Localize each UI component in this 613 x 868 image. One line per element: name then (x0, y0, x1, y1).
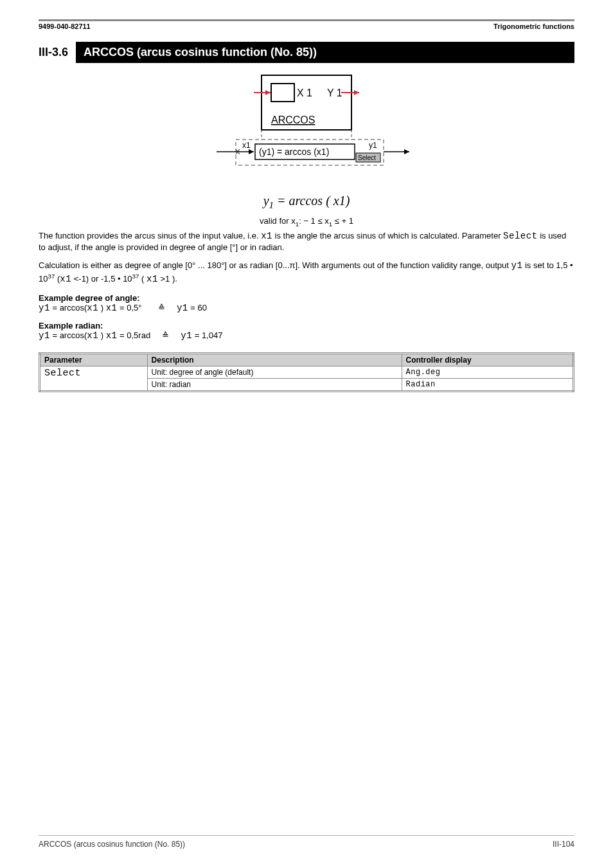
rad-x1: x1 (87, 330, 98, 341)
table-header-row: Parameter Description Controller display (40, 354, 574, 366)
diagram-x1-label: X 1 (297, 87, 312, 98)
page-header: 9499-040-82711 Trigonometric functions (39, 23, 574, 30)
p2f: ( (139, 274, 147, 284)
rad-res: = 1,047 (192, 330, 222, 340)
deg-c: = 0,5° (117, 303, 141, 312)
deg-y1: y1 (39, 303, 50, 313)
p2-x1b: x1 (147, 274, 158, 284)
paragraph-2: Calculation is either as degree of angle… (39, 260, 574, 285)
p2-exp: 37 (48, 273, 55, 280)
rad-c: = 0,5rad (117, 330, 150, 340)
diagram-equation: (y1) = arccos (x1) (259, 147, 329, 157)
footer-right: III-104 (553, 840, 574, 849)
th-display: Controller display (402, 354, 573, 366)
section-number: III-3.6 (39, 42, 76, 63)
cell-select: Select (40, 366, 148, 392)
p2-exp2: 37 (132, 273, 139, 280)
p1a: The function provides the arcus sinus of… (39, 231, 261, 240)
deg-b: ) (98, 303, 106, 312)
paragraph-1: The function provides the arcus sinus of… (39, 230, 574, 253)
svg-marker-14 (404, 149, 409, 154)
p2-y1: y1 (511, 260, 523, 271)
formula-eq: = (274, 194, 289, 208)
diagram-y1-label: Y 1 (327, 87, 342, 98)
diagram-svg: X 1 Y 1 ARCCOS x1 y1 (y1) = arccos (x1) … (191, 72, 422, 188)
header-doc-id: 9499-040-82711 (39, 23, 91, 30)
header-rule (39, 19, 574, 21)
p2b: ]. With arguments out of the function va… (296, 260, 511, 270)
page-footer: ARCCOS (arcus cosinus function (No. 85))… (39, 835, 574, 849)
example-degree-line: y1 = arccos(x1 ) x1 = 0,5° ≙ y1 = 60 (39, 303, 574, 313)
diagram-block-name: ARCCOS (271, 114, 315, 125)
example-radian-title: Example radian: (39, 321, 574, 330)
p2-pi: π (290, 260, 296, 270)
svg-marker-12 (249, 149, 254, 154)
deg-y1b: y1 (177, 303, 188, 313)
example-radian-line: y1 = arccos(x1 ) x1 = 0,5rad ≙ y1 = 1,04… (39, 330, 574, 341)
rad-sym: ≙ (162, 330, 169, 340)
formula-func: arccos (289, 194, 323, 208)
header-chapter: Trigonometric functions (493, 23, 574, 30)
svg-rect-1 (271, 84, 294, 102)
svg-marker-5 (354, 90, 359, 95)
p2g: >1 ). (158, 274, 177, 284)
deg-sym: ≙ (158, 303, 165, 312)
p2-x1: x1 (60, 274, 71, 284)
formula-lhs-sub: 1 (269, 200, 274, 210)
footer-left: ARCCOS (arcus cosinus function (No. 85)) (39, 840, 185, 849)
diagram-port-in: x1 (242, 141, 251, 150)
formula-open: ( x (323, 194, 339, 208)
rad-a: = arccos( (50, 330, 87, 340)
deg-a: = arccos( (50, 303, 87, 312)
cell-disp-deg: Ang.deg (402, 366, 573, 379)
section-heading: III-3.6 ARCCOS (arcus cosinus function (… (39, 42, 574, 63)
svg-marker-3 (265, 90, 271, 95)
p2a: Calculation is either as degree of angle… (39, 260, 290, 270)
rad-y1: y1 (39, 330, 50, 341)
p1-select: Select (503, 231, 537, 241)
rad-y1b: y1 (181, 330, 192, 341)
diagram-port-out: y1 (369, 141, 377, 150)
formula-arg-close: 1) (339, 194, 350, 208)
p1b: is the angle the arcus sinus of which is… (272, 231, 503, 240)
deg-x1: x1 (87, 303, 98, 313)
rad-b: ) (98, 330, 106, 340)
rad-x1b: x1 (106, 330, 118, 341)
cell-disp-rad: Radian (402, 379, 573, 392)
validity-range: valid for x1: − 1 ≤ x1 ≤ + 1 (39, 216, 574, 228)
p2e: <-1) or -1,5 • 10 (71, 274, 132, 284)
valid-tail: ≤ + 1 (332, 216, 353, 226)
cell-desc-deg: Unit: degree of angle (default) (147, 366, 402, 379)
page: 9499-040-82711 Trigonometric functions I… (0, 0, 613, 868)
valid-prefix: valid for x (260, 216, 296, 226)
diagram-select-label: Select (358, 154, 376, 161)
main-formula: y1 = arccos ( x1) (39, 194, 574, 211)
example-degree-title: Example degree of angle: (39, 293, 574, 303)
section-title: ARCCOS (arcus cosinus function (No. 85)) (76, 42, 574, 63)
th-description: Description (147, 354, 402, 366)
cell-desc-rad: Unit: radian (147, 379, 402, 392)
deg-res: = 60 (188, 303, 207, 312)
p1-x1: x1 (261, 231, 272, 241)
block-diagram: X 1 Y 1 ARCCOS x1 y1 (y1) = arccos (x1) … (39, 72, 574, 190)
table-row: Select Unit: degree of angle (default) A… (40, 366, 574, 379)
deg-x1b: x1 (106, 303, 118, 313)
valid-cond: : − 1 ≤ x (299, 216, 329, 226)
parameter-table: Parameter Description Controller display… (39, 352, 574, 392)
th-parameter: Parameter (40, 354, 148, 366)
formula-lhs: y (263, 194, 269, 208)
